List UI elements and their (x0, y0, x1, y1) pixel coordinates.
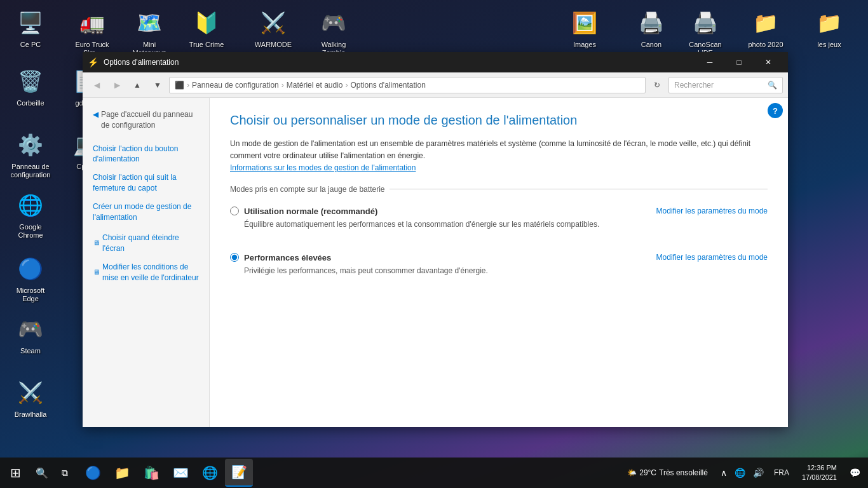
les-jeux-icon: 📁 (814, 8, 844, 38)
desktop-icon-brawlhalla[interactable]: ⚔️Brawlhalla (5, 375, 56, 421)
panneau-config-icon: ⚙️ (15, 130, 46, 160)
steam-icon: 🎮 (15, 314, 46, 344)
radio-normal[interactable] (230, 207, 239, 215)
google-chrome-icon: 🌐 (15, 190, 46, 220)
desktop-icon-microsoft-edge[interactable]: 🔵Microsoft Edge (5, 251, 56, 306)
sidebar-link-veille[interactable]: 🖥 Modifier les conditions de mise en vei… (83, 258, 209, 287)
search-box[interactable]: Rechercher 🔍 (668, 77, 783, 93)
language-indicator[interactable]: FRA (771, 468, 792, 477)
brawlhalla-label: Brawlhalla (15, 410, 47, 419)
images-icon: 🖼️ (569, 8, 600, 38)
window-controls: ─ □ ✕ (695, 52, 783, 72)
panneau-config-label: Panneau de configuration (8, 163, 53, 179)
desktop-icon-corbeille[interactable]: 🗑️Corbeille (5, 64, 56, 110)
ce-pc-label: Ce PC (20, 41, 41, 49)
taskbar-clock[interactable]: 12:36 PM 17/08/2021 (797, 463, 842, 483)
microsoft-edge-label: Microsoft Edge (8, 287, 53, 303)
breadcrumb-panneau[interactable]: Panneau de configuration (192, 81, 279, 90)
taskbar-mail[interactable]: ✉️ (166, 459, 194, 487)
maximize-button[interactable]: □ (724, 52, 754, 72)
taskbar-edge[interactable]: 🔵 (79, 459, 107, 487)
desktop-icon-google-chrome[interactable]: 🌐Google Chrome (5, 187, 56, 242)
taskbar-store[interactable]: 🛍️ (137, 459, 165, 487)
taskbar-search-button[interactable]: 🔍 (31, 461, 53, 484)
taskbar-weather[interactable]: 🌤️ 29°C Très ensoleillé (622, 468, 713, 477)
close-button[interactable]: ✕ (754, 52, 783, 72)
sidebar-link-ecran[interactable]: 🖥 Choisir quand éteindre l'écran (83, 229, 209, 258)
desktop-icon-true-crime[interactable]: 🔰True Crime (181, 5, 232, 51)
taskbar: ⊞ 🔍 ⧉ 🔵 📁 🛍️ ✉️ 🌐 📝 🌤️ 29°C Très ensolei… (0, 458, 868, 488)
desktop-icon-warmode[interactable]: ⚔️WARMODE (248, 5, 299, 51)
address-path[interactable]: ⬛ › Panneau de configuration › Matériel … (169, 77, 646, 93)
power-option-normal: Utilisation normale (recommandé) Modifie… (230, 201, 768, 235)
power-option-normal-label[interactable]: Utilisation normale (recommandé) (230, 207, 377, 216)
clock-time: 12:36 PM (802, 463, 837, 473)
sidebar-link-bouton[interactable]: Choisir l'action du bouton d'alimentatio… (83, 140, 209, 169)
window-titlebar: ⚡ Options d'alimentation ─ □ ✕ (83, 52, 788, 72)
panel-description: Un mode de gestion de l'alimentation est… (230, 138, 768, 175)
breadcrumb-options[interactable]: Options d'alimentation (351, 81, 426, 90)
task-view-button[interactable]: ⧉ (53, 461, 76, 484)
main-panel: ? Choisir ou personnaliser un mode de ge… (210, 98, 788, 427)
modify-performance-link[interactable]: Modifier les paramètres du mode (656, 253, 768, 262)
up-button[interactable]: ▲ (128, 76, 146, 94)
clock-date: 17/08/2021 (802, 473, 837, 482)
sleep-icon: 🖥 (93, 268, 100, 277)
start-button[interactable]: ⊞ (0, 458, 31, 488)
power-option-performance-desc: Privilégie les performances, mais peut c… (244, 265, 768, 276)
desktop-icon-canon[interactable]: 🖨️Canon (626, 5, 677, 51)
walking-zombie-icon: 🎮 (318, 8, 349, 38)
refresh-button[interactable]: ↻ (648, 76, 666, 94)
euro-truck-icon: 🚛 (77, 8, 107, 38)
sidebar-link-capot[interactable]: Choisir l'action qui suit la fermeture d… (83, 168, 209, 198)
info-link[interactable]: Informations sur les modes de gestion de… (230, 163, 416, 172)
section-label: Modes pris en compte sur la jauge de bat… (230, 185, 384, 194)
modify-normal-link[interactable]: Modifier les paramètres du mode (656, 207, 768, 215)
desktop-icon-les-jeux[interactable]: 📁les jeux (804, 5, 855, 51)
help-button[interactable]: ? (768, 103, 783, 118)
address-bar: ◀ ▶ ▲ ▼ ⬛ › Panneau de configuration › M… (83, 72, 788, 98)
power-option-performance-label[interactable]: Performances élevées (230, 253, 331, 262)
taskbar-chrome[interactable]: 🌐 (196, 459, 224, 487)
breadcrumb-home[interactable]: ⬛ (175, 81, 184, 90)
canoscan-lide-icon: 🖨️ (690, 8, 721, 38)
weather-icon: 🌤️ (627, 468, 637, 477)
divider-line (390, 189, 768, 189)
volume-icon[interactable]: 🔊 (750, 466, 766, 479)
network-icon[interactable]: 🌐 (732, 466, 748, 479)
corbeille-label: Corbeille (17, 99, 44, 107)
search-placeholder: Rechercher (674, 81, 714, 90)
forward-button[interactable]: ▶ (108, 76, 126, 94)
notification-button[interactable]: 💬 (847, 466, 863, 479)
window-title: Options d'alimentation (104, 58, 695, 67)
images-label: Images (573, 41, 596, 49)
taskbar-pinned-apps: 🔵 📁 🛍️ ✉️ 🌐 📝 (79, 459, 253, 487)
desktop-icon-photo-2020[interactable]: 📁photo 2020 (740, 5, 791, 51)
search-icon: 🔍 (768, 81, 777, 90)
power-option-normal-desc: Équilibre automatiquement les performanc… (244, 219, 768, 230)
taskbar-explorer[interactable]: 📁 (108, 459, 136, 487)
radio-performance[interactable] (230, 253, 239, 262)
minimize-button[interactable]: ─ (695, 52, 724, 72)
desktop-icon-images[interactable]: 🖼️Images (559, 5, 610, 51)
true-crime-label: True Crime (189, 41, 224, 49)
power-option-performance-header: Performances élevées Modifier les paramè… (230, 253, 768, 262)
desktop-icon-ce-pc[interactable]: 🖥️Ce PC (5, 5, 56, 51)
les-jeux-label: les jeux (817, 41, 841, 49)
system-tray: ∧ 🌐 🔊 (718, 466, 766, 479)
tray-chevron[interactable]: ∧ (718, 466, 729, 479)
back-button[interactable]: ◀ (88, 76, 105, 94)
steam-label: Steam (20, 347, 41, 355)
mini-motorways-icon: 🗺️ (134, 8, 165, 38)
breadcrumb-materiel[interactable]: Matériel et audio (287, 81, 343, 90)
sidebar-link-creer[interactable]: Créer un mode de gestion de l'alimentati… (83, 198, 209, 227)
sidebar-link-accueil[interactable]: ◀ Page d'accueil du panneau de configura… (83, 105, 209, 135)
desktop-icon-panneau-config[interactable]: ⚙️Panneau de configuration (5, 127, 56, 182)
taskbar-right: 🌤️ 29°C Très ensoleillé ∧ 🌐 🔊 FRA 12:36 … (622, 463, 868, 483)
desktop-icon-steam[interactable]: 🎮Steam (5, 311, 56, 358)
taskbar-word[interactable]: 📝 (225, 459, 253, 487)
true-crime-icon: 🔰 (191, 8, 222, 38)
recent-button[interactable]: ▼ (149, 76, 166, 94)
window-content: ◀ Page d'accueil du panneau de configura… (83, 98, 788, 427)
weather-description: Très ensoleillé (659, 468, 708, 477)
